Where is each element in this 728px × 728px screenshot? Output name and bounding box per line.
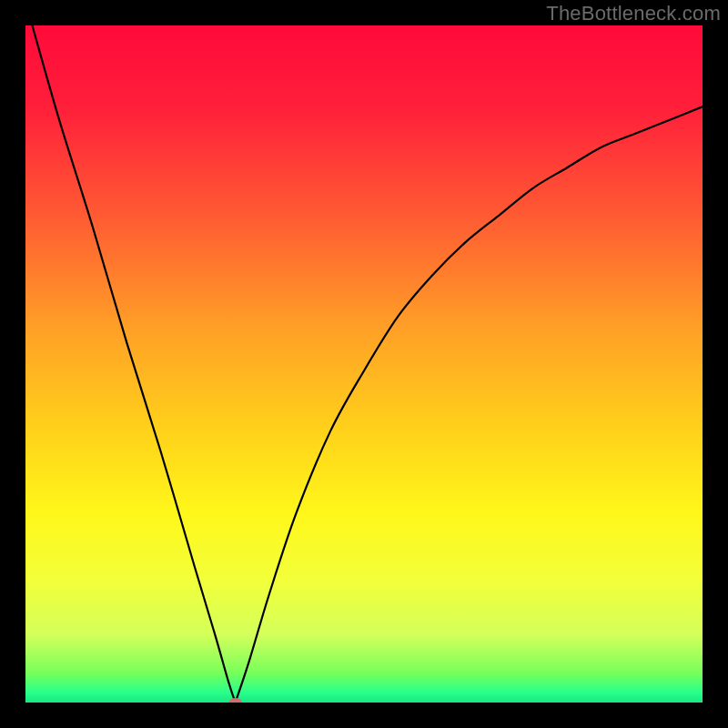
- gradient-background: [25, 25, 703, 703]
- watermark-text: TheBottleneck.com: [546, 2, 721, 25]
- plot-area: [25, 25, 703, 703]
- chart-frame: TheBottleneck.com: [0, 0, 728, 728]
- chart-svg: [25, 25, 703, 703]
